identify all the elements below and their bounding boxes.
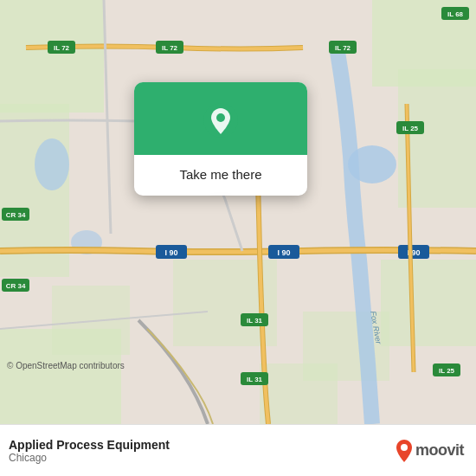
map-attribution: © OpenStreetMap contributors [7,361,125,370]
svg-text:IL 25: IL 25 [402,125,419,132]
svg-rect-7 [0,329,121,424]
svg-point-11 [348,145,396,183]
svg-text:IL 72: IL 72 [54,44,70,52]
svg-rect-9 [381,260,476,346]
svg-text:CR 34: CR 34 [6,211,26,219]
svg-text:IL 25: IL 25 [439,367,455,375]
moovit-pin-icon [395,439,414,463]
svg-text:I 90: I 90 [277,248,290,257]
moovit-logo: moovit [395,439,464,463]
svg-text:IL 72: IL 72 [162,44,178,52]
place-info: Applied Process Equipment Chicago [9,438,170,464]
popup-take-me-there-label[interactable]: Take me there [165,155,275,196]
svg-text:IL 31: IL 31 [247,376,263,383]
map-container: I 90 I 90 I 90 IL 72 IL 72 IL 72 IL 31 I… [0,0,476,424]
bottom-bar: Applied Process Equipment Chicago moovit [0,424,476,476]
svg-text:IL 72: IL 72 [335,44,351,52]
svg-point-12 [35,138,69,190]
place-city: Chicago [9,452,170,464]
svg-text:IL 31: IL 31 [247,317,263,325]
place-name: Applied Process Equipment [9,438,170,452]
popup-header [134,82,307,155]
moovit-text: moovit [415,441,464,460]
svg-text:I 90: I 90 [164,248,177,257]
svg-text:IL 68: IL 68 [447,10,464,18]
svg-text:CR 34: CR 34 [6,282,26,290]
location-pin-icon [202,101,240,139]
svg-rect-1 [0,0,104,113]
svg-rect-10 [260,363,338,424]
location-popup[interactable]: Take me there [134,82,307,196]
svg-point-44 [216,113,225,122]
svg-point-45 [401,444,408,451]
